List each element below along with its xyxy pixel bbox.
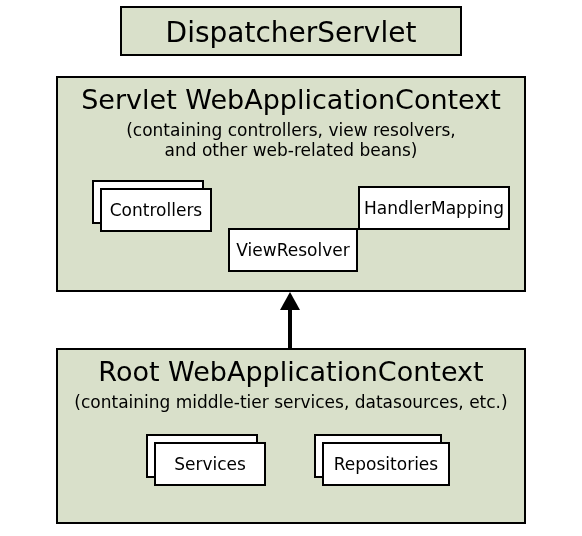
handlermapping-box: HandlerMapping [358, 186, 510, 230]
dispatcher-title: DispatcherServlet [122, 16, 460, 49]
root-context-subtitle: (containing middle-tier services, dataso… [58, 392, 524, 412]
servlet-context-subtitle-1: (containing controllers, view resolvers, [58, 120, 524, 140]
root-context-title: Root WebApplicationContext [58, 356, 524, 387]
viewresolver-box: ViewResolver [228, 228, 358, 272]
servlet-context-title: Servlet WebApplicationContext [58, 84, 524, 115]
servlet-context-subtitle-2: and other web-related beans) [58, 140, 524, 160]
services-box: Services [154, 442, 266, 486]
servlet-context-box: Servlet WebApplicationContext (containin… [56, 76, 526, 292]
repositories-box: Repositories [322, 442, 450, 486]
controllers-label: Controllers [110, 200, 202, 220]
services-label: Services [174, 454, 246, 474]
dispatcher-servlet-box: DispatcherServlet [120, 6, 462, 56]
controllers-box: Controllers [100, 188, 212, 232]
delegation-arrow-line [288, 308, 292, 348]
delegation-arrow-head [280, 292, 300, 310]
repositories-label: Repositories [334, 454, 438, 474]
root-context-box: Root WebApplicationContext (containing m… [56, 348, 526, 524]
handlermapping-label: HandlerMapping [364, 198, 504, 218]
viewresolver-label: ViewResolver [236, 240, 349, 260]
